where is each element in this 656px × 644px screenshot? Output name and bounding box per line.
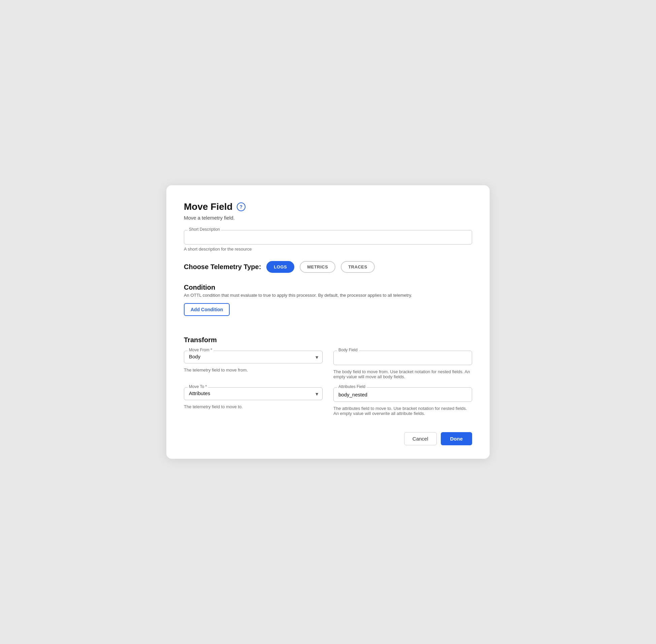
done-button[interactable]: Done xyxy=(441,432,472,445)
short-description-wrapper: Short Description xyxy=(184,230,472,245)
move-field-dialog: Move Field ? Move a telemetry field. Sho… xyxy=(166,185,490,459)
body-field-input[interactable] xyxy=(338,354,467,362)
transform-section: Transform Move From * Body ▾ The telemet… xyxy=(184,336,472,416)
dialog-title: Move Field xyxy=(184,201,233,212)
attributes-field-wrapper: Attributes Field xyxy=(333,387,472,402)
transform-grid: Move From * Body ▾ The telemetry field t… xyxy=(184,351,472,416)
move-to-label: Move To * xyxy=(188,384,208,389)
cancel-button[interactable]: Cancel xyxy=(404,432,437,445)
telemetry-type-label: Choose Telemetry Type: xyxy=(184,263,261,271)
telemetry-type-row: Choose Telemetry Type: LOGS METRICS TRAC… xyxy=(184,261,472,273)
short-description-hint: A short description for the resource xyxy=(184,247,472,252)
move-to-wrapper[interactable]: Move To * Attributes ▾ xyxy=(184,387,323,400)
body-field-label: Body Field xyxy=(337,348,359,352)
move-from-arrow: ▾ xyxy=(315,354,318,361)
condition-subtitle: An OTTL condition that must evaluate to … xyxy=(184,293,472,298)
attributes-field-hint: The attributes field to move to. Use bra… xyxy=(333,406,472,416)
move-from-label: Move From * xyxy=(188,348,213,352)
telemetry-btn-traces[interactable]: TRACES xyxy=(341,261,374,273)
condition-title: Condition xyxy=(184,283,472,291)
telemetry-btn-logs[interactable]: LOGS xyxy=(266,261,294,273)
body-field-hint: The body field to move from. Use bracket… xyxy=(333,369,472,379)
transform-title: Transform xyxy=(184,336,472,344)
condition-section: Condition An OTTL condition that must ev… xyxy=(184,283,472,327)
dialog-subtitle: Move a telemetry field. xyxy=(184,215,472,221)
add-condition-button[interactable]: Add Condition xyxy=(184,303,230,316)
telemetry-btn-metrics[interactable]: METRICS xyxy=(300,261,335,273)
move-from-col: Move From * Body ▾ The telemetry field t… xyxy=(184,351,323,379)
body-field-col: Body Field The body field to move from. … xyxy=(333,351,472,379)
dialog-footer: Cancel Done xyxy=(184,432,472,445)
dialog-header: Move Field ? xyxy=(184,201,472,212)
attributes-field-input[interactable] xyxy=(338,390,467,398)
short-description-label: Short Description xyxy=(188,227,221,232)
move-from-hint: The telemetry field to move from. xyxy=(184,367,323,372)
move-to-value: Attributes xyxy=(189,389,210,397)
move-to-hint: The telemetry field to move to. xyxy=(184,404,323,409)
body-field-wrapper: Body Field xyxy=(333,351,472,365)
move-from-wrapper[interactable]: Move From * Body ▾ xyxy=(184,351,323,363)
attributes-field-col: Attributes Field The attributes field to… xyxy=(333,387,472,416)
attributes-field-label: Attributes Field xyxy=(337,384,367,389)
move-from-value: Body xyxy=(189,352,201,360)
short-description-group: Short Description A short description fo… xyxy=(184,230,472,252)
move-to-col: Move To * Attributes ▾ The telemetry fie… xyxy=(184,387,323,416)
move-to-arrow: ▾ xyxy=(315,391,318,397)
short-description-input[interactable] xyxy=(189,233,467,241)
help-icon[interactable]: ? xyxy=(237,202,245,211)
